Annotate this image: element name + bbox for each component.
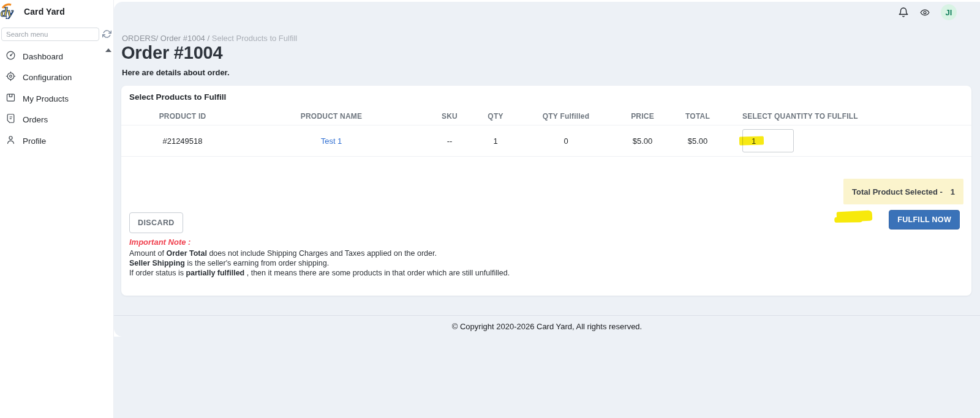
- yellow-scribble-highlight: [837, 210, 873, 222]
- sidebar-item-label: Configuration: [23, 73, 72, 82]
- column-header-qty-fulfilled: QTY Fulfilled: [511, 112, 621, 121]
- page-background: [114, 337, 980, 418]
- svg-text:dy: dy: [1, 4, 13, 19]
- select-quantity-field: [742, 129, 794, 152]
- sidebar-item-dashboard[interactable]: Dashboard: [0, 46, 104, 67]
- column-header-select-qty: SELECT QUANTITY TO FULFILL: [731, 112, 971, 121]
- sidebar-item-my-products[interactable]: My Products: [0, 88, 104, 110]
- column-header-qty: QTY: [480, 112, 511, 121]
- breadcrumb-order-link[interactable]: Order #1004: [160, 34, 205, 43]
- sidebar-nav: Dashboard Configuration My Products: [0, 46, 104, 152]
- column-header-total: TOTAL: [664, 112, 731, 121]
- product-name-link[interactable]: Test 1: [321, 136, 342, 146]
- page-title: Order #1004: [121, 43, 222, 63]
- breadcrumb-current: Select Products to Fulfill: [212, 34, 297, 43]
- sidebar-item-label: Orders: [23, 115, 48, 124]
- footer: © Copyright 2020-2026 Card Yard, All rig…: [114, 315, 980, 337]
- total-selected-label: Total Product Selected -: [852, 187, 943, 196]
- sidebar-item-profile[interactable]: Profile: [0, 130, 104, 152]
- column-header-price: PRICE: [621, 112, 664, 121]
- note-line: Seller Shipping is the seller's earning …: [129, 258, 510, 268]
- profile-icon: [6, 135, 16, 147]
- total-selected-value: 1: [951, 187, 955, 196]
- sidebar-item-label: My Products: [23, 94, 69, 103]
- cell-total: $5.00: [664, 136, 731, 146]
- products-table: PRODUCT ID PRODUCT NAME SKU QTY QTY Fulf…: [121, 108, 971, 157]
- sidebar-item-label: Dashboard: [23, 52, 63, 61]
- avatar[interactable]: JI: [941, 4, 957, 20]
- menu-scroll-up-icon[interactable]: [105, 48, 111, 52]
- select-quantity-input[interactable]: [742, 129, 794, 152]
- cell-qty: 1: [480, 136, 511, 146]
- products-icon: [6, 92, 16, 105]
- cell-qty-fulfilled: 0: [511, 136, 621, 146]
- notifications-bell-icon[interactable]: [898, 7, 909, 18]
- column-header-product-id: PRODUCT ID: [121, 112, 244, 121]
- orders-icon: [6, 113, 16, 126]
- sidebar-item-label: Profile: [23, 136, 46, 146]
- sidebar: dy Card Yard Dashboard: [0, 0, 114, 418]
- important-note: Important Note : Amount of Order Total d…: [129, 237, 510, 278]
- brand[interactable]: dy Card Yard: [0, 0, 113, 21]
- eye-icon[interactable]: [919, 8, 931, 17]
- note-line: Amount of Order Total does not include S…: [129, 248, 510, 258]
- sidebar-item-orders[interactable]: Orders: [0, 110, 104, 131]
- page-subtitle: Here are details about order.: [122, 68, 230, 77]
- configuration-icon: [6, 71, 16, 84]
- dashboard-icon: [6, 50, 16, 63]
- breadcrumb: ORDERS/ Order #1004 / Select Products to…: [122, 34, 297, 43]
- total-product-selected-box: Total Product Selected - 1: [843, 179, 963, 204]
- fulfill-card: Select Products to Fulfill PRODUCT ID PR…: [121, 86, 971, 296]
- discard-button[interactable]: DISCARD: [129, 212, 183, 233]
- search-input[interactable]: [1, 28, 99, 41]
- fulfill-now-button[interactable]: FULFILL NOW: [889, 210, 960, 230]
- column-header-sku: SKU: [419, 112, 480, 121]
- refresh-icon[interactable]: [102, 29, 111, 39]
- sidebar-item-configuration[interactable]: Configuration: [0, 67, 104, 89]
- breadcrumb-orders-link[interactable]: ORDERS/: [122, 34, 158, 43]
- card-heading: Select Products to Fulfill: [129, 92, 226, 102]
- cell-price: $5.00: [621, 136, 664, 146]
- breadcrumb-separator: /: [207, 34, 209, 43]
- copyright-text: © Copyright 2020-2026 Card Yard, All rig…: [452, 322, 642, 331]
- topbar: JI: [898, 3, 957, 21]
- column-header-product-name: PRODUCT NAME: [244, 112, 419, 121]
- brand-name: Card Yard: [24, 7, 65, 17]
- brand-logo-icon: dy: [1, 2, 20, 21]
- cell-sku: --: [419, 136, 480, 146]
- main-content: JI ORDERS/ Order #1004 / Select Products…: [114, 2, 980, 337]
- note-line: If order status is partially fulfilled ,…: [129, 268, 510, 278]
- important-note-heading: Important Note :: [129, 237, 510, 247]
- table-header-row: PRODUCT ID PRODUCT NAME SKU QTY QTY Fulf…: [121, 108, 971, 125]
- table-row: #21249518 Test 1 -- 1 0 $5.00 $5.00: [121, 125, 971, 157]
- cell-product-id: #21249518: [121, 136, 244, 146]
